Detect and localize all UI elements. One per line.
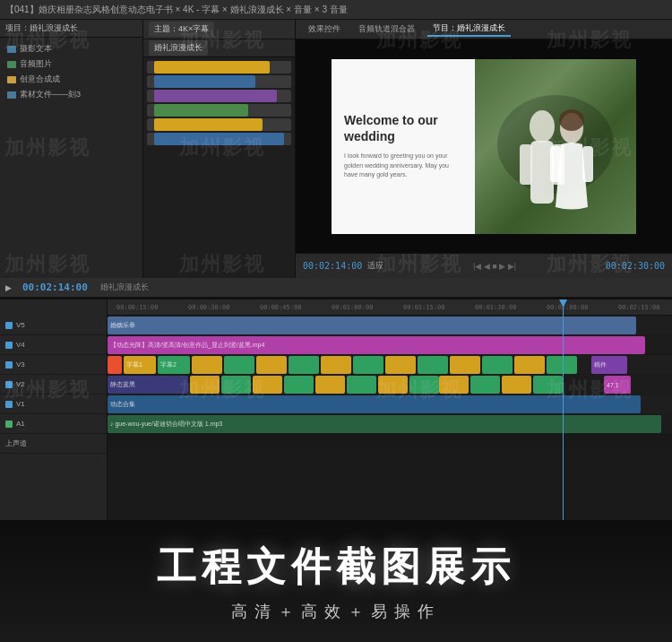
clip-v2-static[interactable]: 静态蓝黑 — [108, 376, 188, 394]
timeline-playhead[interactable] — [563, 299, 564, 520]
clip-v3-8[interactable] — [353, 356, 383, 374]
media-label-4: 素材文件——刻3 — [20, 89, 81, 100]
svg-point-1 — [530, 110, 555, 143]
clip-v2-5[interactable] — [315, 376, 345, 394]
clip-v3-9[interactable] — [385, 356, 416, 374]
track-icon-v4 — [5, 342, 13, 349]
track-label-text-a2: 上声道 — [5, 438, 27, 448]
project-panel-header: 项目：婚礼浪漫成长 — [0, 20, 142, 38]
project-panel: 项目：婚礼浪漫成长 摄影文本 音频图片 创意合成成 素材文件——刻3 — [0, 20, 143, 278]
clip-v4-main[interactable]: 【动态光阵】高清/竖高清/创意作品_显止到竖/蓝黑.mp4 — [108, 336, 645, 354]
clip-v3-15[interactable]: 稿件 — [591, 356, 627, 374]
clip-v3-14[interactable] — [547, 356, 577, 374]
track-icon-v3 — [5, 361, 13, 369]
track-label-a1: A1 — [0, 414, 107, 434]
clip-v2-6[interactable] — [347, 376, 376, 394]
clip-a1-label: ♪ gue-wou-yue/诺迪切合唱中文版 1.mp3 — [110, 420, 222, 429]
tab-effects[interactable]: 效果控件 — [303, 22, 346, 36]
media-item-1[interactable]: 摄影文本 — [0, 41, 142, 56]
clip-v3-13[interactable] — [514, 356, 545, 374]
track-labels: V5 V4 V3 V2 V1 — [0, 299, 108, 520]
source-timeline-mini — [143, 57, 295, 278]
wedding-text-side: Welcome to our wedding I look forward to… — [332, 59, 475, 234]
clip-v2-8[interactable] — [409, 376, 439, 394]
seq-tab-2[interactable]: 婚礼浪漫成长 — [149, 40, 208, 56]
timeline-section: V5 V4 V3 V2 V1 — [0, 298, 672, 520]
clip-v3-4[interactable] — [224, 356, 254, 374]
track-row-v3: 字幕1 字幕2 稿件 — [108, 355, 672, 375]
wedding-title: Welcome to our wedding — [344, 112, 462, 144]
clip-v3-12[interactable] — [482, 356, 513, 374]
tracks-rows: 婚姻乐章 【动态光阵】高清/竖高清/创意作品_显止到竖/蓝黑.mp4 字幕1 字… — [108, 316, 672, 448]
clip-v2-11[interactable] — [502, 376, 531, 394]
ruler-5: 00:01:30:00 — [475, 304, 516, 311]
track-icon-a1 — [5, 421, 13, 428]
clip-v1-main[interactable]: 动态合集 — [108, 395, 641, 413]
clip-v2-12[interactable] — [533, 376, 563, 394]
svg-rect-6 — [550, 146, 561, 182]
track-label-text-v2: V2 — [16, 380, 25, 388]
ruler-7: 00:02:15:00 — [618, 304, 659, 311]
clip-v3-3[interactable] — [192, 356, 222, 374]
clip-v2-9[interactable] — [439, 376, 469, 394]
track-label-v2: V2 — [0, 375, 107, 395]
clip-v3-7[interactable] — [321, 356, 351, 374]
track-label-text-v5: V5 — [16, 321, 25, 329]
clip-v3-5[interactable] — [256, 356, 287, 374]
clip-v1-label: 动态合集 — [110, 400, 135, 409]
banner-subtitle: 高清＋高效＋易操作 — [231, 601, 441, 622]
clip-v3-10[interactable] — [418, 356, 448, 374]
wedding-photo — [475, 59, 636, 234]
mini-track-6 — [147, 133, 291, 145]
media-item-2[interactable]: 音频图片 — [0, 56, 142, 72]
track-label-a2: 上声道 — [0, 434, 107, 454]
tab-audio-mixer[interactable]: 音频轨道混合器 — [353, 22, 420, 36]
clip-v2-4[interactable] — [284, 376, 314, 394]
seq-tab-1[interactable]: 主题：4K×字幕 — [149, 22, 214, 37]
ruler-3: 00:01:00:00 — [332, 304, 373, 311]
app-title-bar: 【041】婚庆相册杂志风格创意动态电子书 × 4K - 字幕 × 婚礼浪漫成长 … — [0, 0, 672, 20]
mini-track-2 — [147, 75, 291, 88]
clip-v2-10[interactable] — [470, 376, 500, 394]
clip-v2-purple[interactable]: 47.1 — [604, 376, 631, 394]
track-label-text-v3: V3 — [16, 360, 25, 369]
wedding-preview-card: Welcome to our wedding I look forward to… — [332, 59, 636, 234]
clip-v2-3[interactable] — [253, 376, 282, 394]
clip-v4-label: 【动态光阵】高清/竖高清/创意作品_显止到竖/蓝黑.mp4 — [110, 341, 264, 350]
track-row-upper — [108, 434, 672, 448]
track-label-text-v4: V4 — [16, 341, 25, 349]
clip-v5-label: 婚姻乐章 — [110, 321, 135, 330]
clip-v3-6[interactable] — [289, 356, 319, 374]
media-item-3[interactable]: 创意合成成 — [0, 72, 142, 87]
wedding-subtitle: I look forward to greeting you on your g… — [344, 152, 462, 180]
banner-title: 工程文件截图展示 — [157, 541, 515, 594]
ruler-0: 00:00:15:00 — [116, 304, 158, 311]
mini-track-1 — [147, 61, 291, 74]
clip-v5-main[interactable]: 婚姻乐章 — [108, 317, 636, 334]
clip-v3-1[interactable]: 字幕1 — [124, 356, 156, 374]
couple-svg — [493, 91, 618, 234]
mini-track-3 — [147, 90, 291, 102]
tab-program-monitor[interactable]: 节目：婚礼浪漫成长 — [427, 22, 511, 37]
clip-v3-2[interactable]: 字幕2 — [158, 356, 190, 374]
clip-v2-7[interactable] — [378, 376, 408, 394]
clip-v3-0[interactable] — [108, 356, 122, 374]
preview-out-timecode[interactable]: 00:02:30:00 — [606, 261, 665, 271]
folder-icon-3 — [7, 76, 16, 83]
preview-tabs-bar: 效果控件 音频轨道混合器 节目：婚礼浪漫成长 — [296, 20, 672, 39]
preview-fit-label[interactable]: 适应 — [367, 260, 383, 272]
clip-v3-11[interactable] — [450, 356, 480, 374]
timeline-sequence-label: 婚礼浪漫成长 — [100, 282, 149, 293]
clip-v2-1[interactable] — [190, 376, 220, 394]
media-item-4[interactable]: 素材文件——刻3 — [0, 87, 142, 102]
clip-v2-2[interactable] — [221, 376, 251, 394]
svg-rect-7 — [582, 146, 593, 182]
timeline-timecode[interactable]: 00:02:14:00 — [22, 282, 88, 293]
project-panel-title: 项目：婚礼浪漫成长 — [5, 22, 78, 34]
preview-timecode[interactable]: 00:02:14:00 — [303, 261, 362, 271]
ruler-6: 00:02:00:00 — [547, 304, 588, 311]
track-label-v1: V1 — [0, 395, 107, 414]
preview-panel: 效果控件 音频轨道混合器 节目：婚礼浪漫成长 Welcome to our we… — [296, 20, 672, 278]
clip-a1-main[interactable]: ♪ gue-wou-yue/诺迪切合唱中文版 1.mp3 — [108, 415, 661, 433]
track-icon-v1 — [5, 401, 13, 408]
